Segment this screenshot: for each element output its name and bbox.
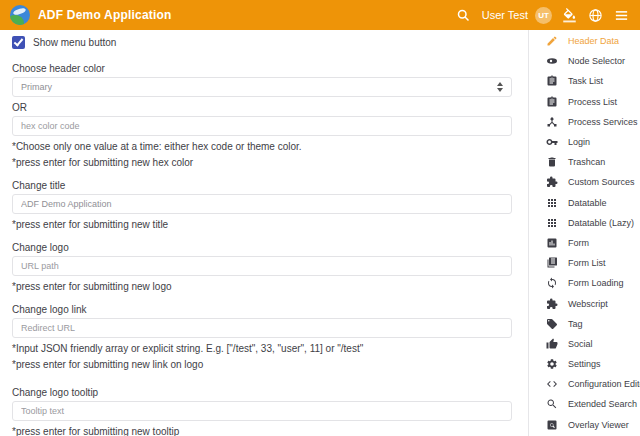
- edit-icon: [546, 35, 558, 47]
- logo-tooltip-input[interactable]: [12, 401, 512, 421]
- logo-tooltip-hint: *press enter for submitting new tooltip: [12, 426, 512, 436]
- change-logo-label: Change logo: [12, 242, 512, 253]
- sidebar-item-login[interactable]: Login: [529, 132, 640, 152]
- sidebar-item-label: Form Loading: [568, 278, 624, 288]
- show-menu-row: Show menu button: [12, 36, 512, 49]
- logo-link-hint-2: *press enter for submitting new link on …: [12, 359, 512, 370]
- sidebar-item-social[interactable]: Social: [529, 334, 640, 354]
- sidebar-item-label: Trashcan: [568, 157, 605, 167]
- tag-icon: [546, 318, 558, 330]
- sidebar-item-label: Overlay Viewer: [568, 420, 629, 430]
- puzzle-icon: [546, 298, 558, 310]
- sidebar-item-label: Header Data: [568, 36, 619, 46]
- sidebar-item-label: Form: [568, 238, 589, 248]
- sidebar-item-header-data[interactable]: Header Data: [529, 31, 640, 51]
- grid-icon: [546, 217, 558, 229]
- sidebar-item-settings[interactable]: Settings: [529, 354, 640, 374]
- code-icon: [546, 378, 558, 390]
- device-hub-icon: [546, 116, 558, 128]
- sidebar-item-label: Social: [568, 339, 593, 349]
- pageview-icon: [546, 419, 558, 431]
- logo-link-input[interactable]: [12, 318, 512, 338]
- app-logo-icon[interactable]: [10, 5, 30, 25]
- globe-icon[interactable]: [587, 7, 604, 24]
- sidebar-item-form-loading[interactable]: Form Loading: [529, 273, 640, 293]
- logo-link-hint-1: *Input JSON friendly array or explicit s…: [12, 343, 512, 354]
- puzzle-icon: [546, 176, 558, 188]
- sidebar-item-label: Login: [568, 137, 590, 147]
- app-title: ADF Demo Application: [38, 8, 172, 22]
- clipboard-icon: [546, 96, 558, 108]
- search-icon: [546, 398, 558, 410]
- avatar[interactable]: UT: [535, 7, 552, 24]
- user-name: User Test: [482, 9, 528, 21]
- show-menu-label: Show menu button: [33, 37, 116, 48]
- sidebar-item-label: Settings: [568, 359, 601, 369]
- sidebar-item-extended-search[interactable]: Extended Search: [529, 394, 640, 414]
- search-icon[interactable]: [455, 7, 472, 24]
- sidebar-item-form[interactable]: Form: [529, 233, 640, 253]
- change-logo-link-label: Change logo link: [12, 304, 512, 315]
- sidebar-item-label: Tag: [568, 319, 583, 329]
- sidebar-item-label: Task List: [568, 76, 603, 86]
- sidebar-item-label: Extended Search: [568, 399, 637, 409]
- sidebar-item-label: Custom Sources: [568, 177, 635, 187]
- sidebar-item-label: Form List: [568, 258, 606, 268]
- sidebar-item-label: Datatable: [568, 198, 607, 208]
- sidebar-item-datatable-lazy[interactable]: Datatable (Lazy): [529, 213, 640, 233]
- or-label: OR: [12, 102, 512, 113]
- chart-icon: [546, 237, 558, 249]
- sync-icon: [546, 277, 558, 289]
- grid-icon: [546, 197, 558, 209]
- sidebar-item-process-list[interactable]: Process List: [529, 92, 640, 112]
- header-color-selected: Primary: [21, 82, 52, 92]
- header-color-hint-1: *Choose only one value at a time: either…: [12, 141, 512, 152]
- adf-demo-app: ADF Demo Application User Test UT Show m…: [0, 0, 640, 436]
- hex-color-input[interactable]: [12, 116, 512, 136]
- gear-icon: [546, 358, 558, 370]
- select-stepper-icon: [497, 82, 503, 92]
- title-hint: *press enter for submitting new title: [12, 219, 512, 230]
- header-color-select[interactable]: Primary: [12, 77, 512, 97]
- title-input[interactable]: [12, 194, 512, 214]
- clipboard-icon: [546, 75, 558, 87]
- sidebar-item-label: Process Services: [568, 117, 638, 127]
- key-icon: [546, 136, 558, 148]
- sidebar-item-tag[interactable]: Tag: [529, 314, 640, 334]
- sidebar-item-trashcan[interactable]: Trashcan: [529, 152, 640, 172]
- logo-input[interactable]: [12, 256, 512, 276]
- change-title-label: Change title: [12, 180, 512, 191]
- sidebar-item-datatable[interactable]: Datatable: [529, 193, 640, 213]
- menu-icon[interactable]: [613, 7, 630, 24]
- header-color-label: Choose header color: [12, 63, 512, 74]
- settings-panel: Show menu button Choose header color Pri…: [0, 30, 528, 436]
- sidebar-item-process-services[interactable]: Process Services: [529, 112, 640, 132]
- sidebar-item-webscript[interactable]: Webscript: [529, 293, 640, 313]
- sidebar-item-task-list[interactable]: Task List: [529, 71, 640, 91]
- header-color-hint-2: *press enter for submitting new hex colo…: [12, 157, 512, 168]
- sidebar-item-label: Configuration Editor: [568, 379, 640, 389]
- sidebar-item-custom-sources[interactable]: Custom Sources: [529, 172, 640, 192]
- sidebar: Header DataNode SelectorTask ListProcess…: [528, 30, 640, 436]
- thumb-up-icon: [546, 338, 558, 350]
- sidebar-item-form-list[interactable]: Form List: [529, 253, 640, 273]
- top-bar: ADF Demo Application User Test UT: [0, 0, 640, 30]
- node-selector-icon: [546, 55, 558, 67]
- sidebar-item-label: Datatable (Lazy): [568, 218, 634, 228]
- sidebar-item-configuration-editor[interactable]: Configuration Editor: [529, 374, 640, 394]
- sidebar-item-overlay-viewer[interactable]: Overlay Viewer: [529, 415, 640, 435]
- sidebar-item-label: Webscript: [568, 299, 608, 309]
- form-list-icon: [546, 257, 558, 269]
- trash-icon: [546, 156, 558, 168]
- change-logo-tooltip-label: Change logo tooltip: [12, 387, 512, 398]
- sidebar-item-label: Node Selector: [568, 56, 625, 66]
- sidebar-item-label: Process List: [568, 97, 617, 107]
- paint-fill-icon[interactable]: [561, 7, 578, 24]
- logo-hint: *press enter for submitting new logo: [12, 281, 512, 292]
- show-menu-checkbox[interactable]: [12, 36, 25, 49]
- sidebar-item-node-selector[interactable]: Node Selector: [529, 51, 640, 71]
